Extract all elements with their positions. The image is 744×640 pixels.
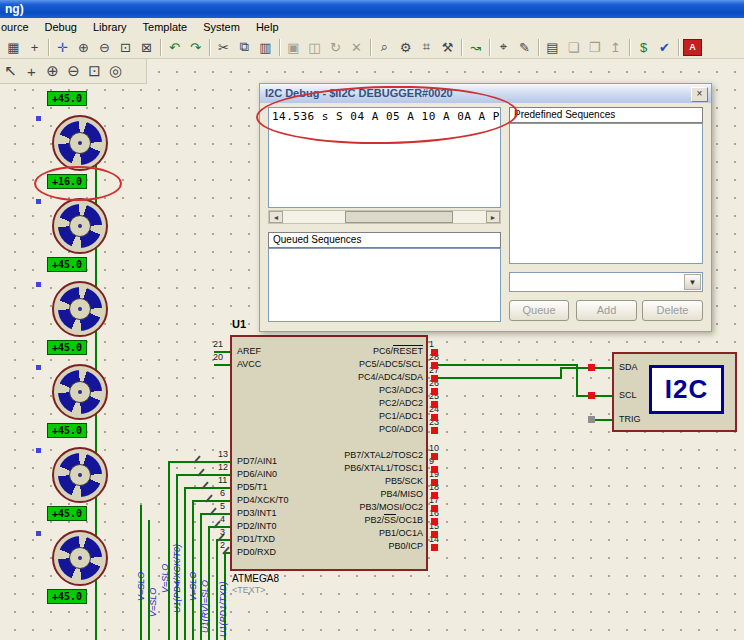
wire-segment[interactable] bbox=[214, 364, 230, 366]
origin-marker-icon-2[interactable]: + bbox=[21, 61, 42, 81]
menu-help[interactable]: Help bbox=[248, 19, 287, 35]
pin-endpoint[interactable] bbox=[588, 364, 595, 371]
add-button[interactable]: Add bbox=[576, 300, 637, 321]
rotary-encoder-component[interactable] bbox=[52, 198, 108, 254]
sequence-combobox[interactable]: ▼ bbox=[509, 272, 703, 292]
pin-endpoint[interactable] bbox=[431, 453, 438, 460]
block-delete-icon[interactable]: ✕ bbox=[346, 37, 367, 57]
net-label[interactable]: V=SLO bbox=[148, 588, 158, 617]
wire-segment[interactable] bbox=[438, 377, 562, 379]
pick-device-icon[interactable]: ⌕ bbox=[374, 37, 395, 57]
scroll-right-icon[interactable]: ► bbox=[486, 211, 500, 223]
pin-endpoint[interactable] bbox=[431, 401, 438, 408]
pin-endpoint[interactable] bbox=[431, 414, 438, 421]
gauge-value-badge[interactable]: +45.0 bbox=[47, 91, 87, 106]
zoom-in-icon[interactable]: ⊕ bbox=[73, 37, 94, 57]
wire-segment[interactable] bbox=[438, 364, 578, 366]
pin-endpoint[interactable] bbox=[431, 492, 438, 499]
pin-endpoint[interactable] bbox=[431, 375, 438, 382]
selection-handle[interactable] bbox=[36, 448, 41, 453]
scrollbar-thumb[interactable] bbox=[345, 211, 453, 223]
wire-segment[interactable] bbox=[184, 487, 186, 640]
zoom-in-icon-2[interactable]: ⊕ bbox=[42, 61, 63, 81]
selection-handle[interactable] bbox=[36, 199, 41, 204]
packaging-icon[interactable]: ⌗ bbox=[416, 37, 437, 57]
search-tag-icon[interactable]: ⌖ bbox=[493, 37, 514, 57]
pin-endpoint[interactable] bbox=[431, 388, 438, 395]
window-titlebar[interactable]: ng) bbox=[0, 0, 744, 18]
zoom-area-icon-2[interactable]: ⊡ bbox=[84, 61, 105, 81]
selection-handle[interactable] bbox=[36, 365, 41, 370]
pin-endpoint[interactable] bbox=[588, 392, 595, 399]
decompose-icon[interactable]: ⚒ bbox=[437, 37, 458, 57]
menu-library[interactable]: Library bbox=[85, 19, 135, 35]
zoom-out-icon-2[interactable]: ⊖ bbox=[63, 61, 84, 81]
gauge-value-badge[interactable]: +45.0 bbox=[47, 506, 87, 521]
net-label[interactable]: V=SLO bbox=[188, 572, 198, 601]
block-move-icon[interactable]: ◫ bbox=[304, 37, 325, 57]
rotary-encoder-component[interactable] bbox=[52, 447, 108, 503]
zoom-all-icon[interactable]: ⊠ bbox=[136, 37, 157, 57]
pan-view-icon[interactable]: ✛ bbox=[52, 37, 73, 57]
bill-of-materials-icon[interactable]: $ bbox=[633, 37, 654, 57]
electrical-check-icon[interactable]: ✔ bbox=[654, 37, 675, 57]
selection-pointer-icon[interactable]: ↖ bbox=[0, 61, 21, 81]
new-sheet-icon[interactable]: ❏ bbox=[563, 37, 584, 57]
goto-sheet-icon[interactable]: ↥ bbox=[605, 37, 626, 57]
cut-icon[interactable]: ✂ bbox=[213, 37, 234, 57]
debug-window-titlebar[interactable]: I2C Debug - $II2C DEBUGGER#0020 bbox=[260, 84, 711, 103]
block-copy-icon[interactable]: ▣ bbox=[283, 37, 304, 57]
menu-template[interactable]: Template bbox=[135, 19, 196, 35]
make-device-icon[interactable]: ⚙ bbox=[395, 37, 416, 57]
rotary-encoder-component[interactable] bbox=[52, 281, 108, 337]
scroll-left-icon[interactable]: ◄ bbox=[269, 211, 283, 223]
net-label[interactable]: U1(RV)=SLO bbox=[200, 580, 210, 633]
block-rotate-icon[interactable]: ↻ bbox=[325, 37, 346, 57]
net-label[interactable]: V=SLO bbox=[136, 572, 146, 601]
zoom-all-icon-2[interactable]: ◎ bbox=[105, 61, 126, 81]
wire-segment[interactable] bbox=[208, 526, 230, 528]
design-explorer-icon[interactable]: ▤ bbox=[542, 37, 563, 57]
pin-endpoint[interactable] bbox=[588, 416, 595, 423]
pin-endpoint[interactable] bbox=[431, 466, 438, 473]
selection-handle[interactable] bbox=[36, 282, 41, 287]
wire-segment[interactable] bbox=[595, 419, 612, 421]
selection-handle[interactable] bbox=[36, 116, 41, 121]
menu-debug[interactable]: Debug bbox=[37, 19, 85, 35]
pin-endpoint[interactable] bbox=[431, 479, 438, 486]
net-label[interactable]: U1(PD1/TXD) bbox=[218, 581, 228, 637]
pin-endpoint[interactable] bbox=[431, 518, 438, 525]
queue-button[interactable]: Queue bbox=[509, 300, 569, 321]
gauge-value-badge[interactable]: +45.0 bbox=[47, 589, 87, 604]
pin-endpoint[interactable] bbox=[431, 349, 438, 356]
predefined-sequences-list[interactable] bbox=[509, 123, 703, 264]
gauge-value-badge[interactable]: +45.0 bbox=[47, 423, 87, 438]
pin-endpoint[interactable] bbox=[431, 544, 438, 551]
property-assign-icon[interactable]: ✎ bbox=[514, 37, 535, 57]
net-label[interactable]: V=SLO bbox=[160, 564, 170, 593]
wire-autoroute-icon[interactable]: ↝ bbox=[465, 37, 486, 57]
close-icon[interactable]: × bbox=[691, 87, 708, 102]
remove-sheet-icon[interactable]: ❐ bbox=[584, 37, 605, 57]
undo-icon[interactable]: ↶ bbox=[164, 37, 185, 57]
zoom-out-icon[interactable]: ⊖ bbox=[94, 37, 115, 57]
gauge-value-badge[interactable]: +16.0 bbox=[47, 174, 87, 189]
menu-source[interactable]: ource bbox=[0, 19, 37, 35]
log-horizontal-scrollbar[interactable]: ◄ ► bbox=[268, 210, 501, 224]
wire-segment[interactable] bbox=[148, 520, 150, 640]
redo-icon[interactable]: ↷ bbox=[185, 37, 206, 57]
paste-icon[interactable]: ▥ bbox=[255, 37, 276, 57]
queued-sequences-list[interactable] bbox=[268, 248, 501, 322]
rotary-encoder-component[interactable] bbox=[52, 364, 108, 420]
menu-system[interactable]: System bbox=[195, 19, 248, 35]
net-label[interactable]: U1(PD4/XCK/T0) bbox=[172, 544, 182, 613]
rotary-encoder-component[interactable] bbox=[52, 115, 108, 171]
wire-segment[interactable] bbox=[168, 461, 170, 640]
delete-button[interactable]: Delete bbox=[642, 300, 703, 321]
pin-endpoint[interactable] bbox=[431, 505, 438, 512]
rotary-encoder-component[interactable] bbox=[52, 530, 108, 586]
pin-endpoint[interactable] bbox=[431, 427, 438, 434]
netlist-ares-icon[interactable]: A bbox=[683, 39, 702, 56]
pin-endpoint[interactable] bbox=[431, 531, 438, 538]
wire-segment[interactable] bbox=[560, 367, 612, 369]
